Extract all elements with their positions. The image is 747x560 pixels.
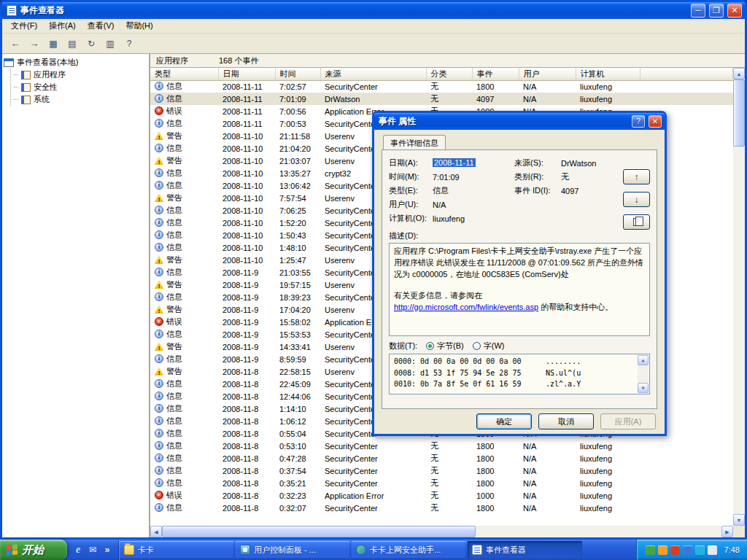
previous-event-button[interactable]: ↑ bbox=[623, 169, 650, 184]
clock[interactable]: 7:48 bbox=[724, 545, 740, 554]
column-header[interactable]: 计算机 bbox=[576, 68, 640, 80]
event-row[interactable]: 信息2008-11-117:02:57SecurityCenter无1800N/… bbox=[150, 80, 733, 93]
help-button[interactable]: ? bbox=[120, 35, 138, 52]
tree-item-security[interactable]: 安全性 bbox=[14, 81, 147, 93]
hex-data-box[interactable]: 0000:0d 00 0a 00 0d 00 0a 00........0008… bbox=[389, 354, 650, 394]
column-header[interactable]: 来源 bbox=[320, 68, 426, 80]
info-icon bbox=[155, 292, 163, 301]
events-link[interactable]: http://go.microsoft.com/fwlink/events.as… bbox=[394, 303, 538, 311]
quick-launch-overflow[interactable]: » bbox=[101, 544, 113, 556]
menu-file[interactable]: 文件(F) bbox=[5, 19, 43, 33]
messenger-icon[interactable] bbox=[695, 545, 705, 555]
hex-scrollbar[interactable]: ▲ ▼ bbox=[638, 355, 649, 393]
next-event-button[interactable]: ↓ bbox=[623, 192, 650, 207]
radio-bytes[interactable]: 字节(B) bbox=[426, 341, 464, 351]
scroll-left-button[interactable]: ◀ bbox=[150, 526, 162, 537]
event-row[interactable]: 信息2008-11-117:01:09DrWatson无4097N/Aliuxu… bbox=[150, 93, 733, 105]
scroll-thumb[interactable] bbox=[733, 79, 745, 147]
cell-category: 无 bbox=[426, 477, 472, 489]
cell-computer: liuxufeng bbox=[576, 440, 640, 452]
cell-event: 1000 bbox=[472, 489, 519, 502]
forward-button[interactable]: → bbox=[26, 35, 43, 52]
event-row[interactable]: 错误2008-11-80:32:23Application Error无1000… bbox=[150, 489, 733, 502]
taskbar-item[interactable]: 用户控制面板 - ... bbox=[236, 541, 350, 559]
help-button[interactable]: ? bbox=[632, 115, 645, 128]
cell-type: 信息 bbox=[150, 117, 218, 130]
info-icon bbox=[155, 243, 163, 252]
taskbar-item[interactable]: 卡卡上网安全助手... bbox=[352, 541, 466, 559]
internet-explorer-icon[interactable]: e bbox=[72, 544, 84, 556]
cell-type: 信息 bbox=[150, 266, 218, 279]
menu-help[interactable]: 帮助(H) bbox=[120, 19, 158, 33]
copy-event-button[interactable] bbox=[623, 214, 650, 230]
taskbar-item[interactable]: 卡卡 bbox=[120, 541, 234, 559]
scroll-down-button[interactable]: ▼ bbox=[638, 383, 649, 393]
vertical-scrollbar[interactable]: ▲ ▼ bbox=[733, 68, 745, 526]
cell-type: 信息 bbox=[150, 179, 218, 192]
taskbar-item[interactable]: 事件查看器 bbox=[468, 541, 582, 559]
info-icon bbox=[155, 218, 163, 227]
data-format-row: 数据(T): 字节(B) 字(W) bbox=[389, 341, 650, 351]
export-list-button[interactable]: ▥ bbox=[101, 35, 119, 52]
menu-view[interactable]: 查看(V) bbox=[82, 19, 120, 33]
minimize-button[interactable]: ─ bbox=[691, 4, 705, 18]
column-header[interactable]: 分类 bbox=[426, 68, 472, 80]
close-button[interactable]: ✕ bbox=[727, 4, 742, 18]
event-row[interactable]: 信息2008-11-80:37:54SecurityCenter无1800N/A… bbox=[150, 464, 733, 477]
cell-computer: liuxufeng bbox=[576, 93, 640, 105]
column-header[interactable]: 类型 bbox=[150, 68, 218, 80]
cell-date: 2008-11-8 bbox=[218, 402, 275, 415]
column-header[interactable]: 用户 bbox=[519, 68, 576, 80]
scroll-up-button[interactable]: ▲ bbox=[733, 68, 745, 79]
event-properties-dialog: 事件 属性 ? ✕ 事件详细信息 日期(A): 2008-11-11 来源(S)… bbox=[372, 111, 667, 436]
dialog-titlebar[interactable]: 事件 属性 ? ✕ bbox=[374, 113, 665, 130]
scroll-up-button[interactable]: ▲ bbox=[638, 355, 649, 365]
menu-action[interactable]: 操作(A) bbox=[43, 19, 82, 33]
event-row[interactable]: 信息2008-11-80:35:21SecurityCenter无1800N/A… bbox=[150, 477, 733, 489]
network-icon[interactable] bbox=[683, 545, 692, 555]
outlook-express-icon[interactable]: ✉ bbox=[87, 544, 98, 556]
cell-time: 0:53:10 bbox=[275, 440, 320, 452]
cell-type: 信息 bbox=[150, 390, 218, 402]
back-button[interactable]: ← bbox=[7, 35, 24, 52]
tab-event-details[interactable]: 事件详细信息 bbox=[383, 135, 446, 150]
event-row[interactable]: 信息2008-11-80:32:07SecurityCenter无1800N/A… bbox=[150, 502, 733, 514]
info-icon bbox=[155, 181, 163, 190]
cell-source: SecurityCenter bbox=[320, 477, 426, 489]
cell-time: 1:52:20 bbox=[275, 217, 320, 229]
volume-icon[interactable] bbox=[708, 545, 717, 555]
description-box[interactable]: 应用程序 C:\Program Files\卡卡上网安全助手\rstray.ex… bbox=[389, 243, 650, 336]
column-header[interactable]: 事件 bbox=[472, 68, 519, 80]
properties-button[interactable]: ▤ bbox=[63, 35, 81, 52]
antivirus-icon[interactable] bbox=[670, 545, 680, 555]
apply-button[interactable]: 应用(A) bbox=[600, 413, 656, 429]
cell-date: 2008-11-9 bbox=[218, 303, 275, 316]
column-header[interactable]: 日期 bbox=[218, 68, 275, 80]
cell-date: 2008-11-8 bbox=[218, 452, 275, 464]
tree-root[interactable]: 事件查看器(本地) bbox=[4, 56, 147, 69]
ok-button[interactable]: 确定 bbox=[476, 413, 532, 429]
tree-item-system[interactable]: 系统 bbox=[14, 93, 147, 106]
show-tree-button[interactable]: ▦ bbox=[44, 35, 62, 52]
scroll-down-button[interactable]: ▼ bbox=[733, 514, 745, 526]
cell-type: 信息 bbox=[150, 204, 218, 217]
scroll-thumb[interactable] bbox=[162, 526, 476, 537]
shield-icon[interactable] bbox=[646, 545, 655, 555]
radio-words[interactable]: 字(W) bbox=[473, 341, 505, 351]
refresh-button[interactable]: ↻ bbox=[82, 35, 100, 52]
close-button[interactable]: ✕ bbox=[649, 115, 662, 128]
update-icon[interactable] bbox=[658, 545, 667, 555]
maximize-button[interactable]: ❐ bbox=[709, 4, 724, 18]
horizontal-scrollbar[interactable]: ◀ ▶ bbox=[150, 526, 733, 537]
event-row[interactable]: 信息2008-11-80:47:28SecurityCenter无1800N/A… bbox=[150, 452, 733, 464]
event-row[interactable]: 信息2008-11-80:53:10SecurityCenter无1800N/A… bbox=[150, 440, 733, 452]
window-titlebar[interactable]: 事件查看器 ─ ❐ ✕ bbox=[2, 2, 745, 19]
description-text: 应用程序 C:\Program Files\卡卡上网安全助手\rstray.ex… bbox=[394, 246, 645, 281]
scroll-right-button[interactable]: ▶ bbox=[721, 526, 733, 537]
tree-item-application[interactable]: 应用程序 bbox=[14, 69, 147, 81]
warning-icon bbox=[155, 342, 163, 351]
cell-user: N/A bbox=[519, 477, 576, 489]
column-header[interactable]: 时间 bbox=[275, 68, 320, 80]
cancel-button[interactable]: 取消 bbox=[538, 413, 594, 429]
start-button[interactable]: 开始 bbox=[0, 540, 67, 560]
